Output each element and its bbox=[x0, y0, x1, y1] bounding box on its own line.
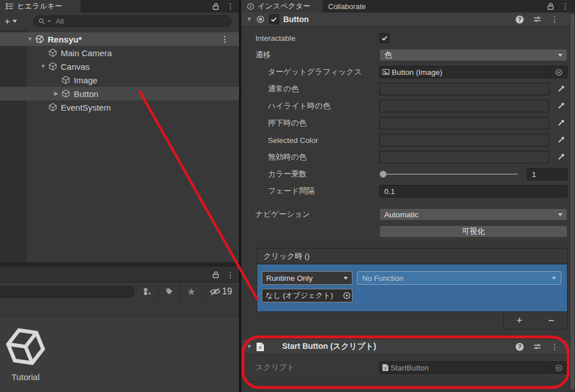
transition-value: 色 bbox=[384, 50, 392, 60]
normal-color-row: 通常の色 bbox=[241, 83, 575, 95]
search-icon bbox=[38, 18, 45, 25]
target-graphic-label: ターゲットグラフィックス bbox=[241, 67, 379, 77]
hierarchy-menu-icon[interactable]: ⋮ bbox=[226, 2, 234, 10]
tab-hierarchy[interactable]: ヒエラルキー bbox=[0, 0, 81, 12]
help-icon[interactable]: ? bbox=[515, 343, 524, 351]
tab-collaborate[interactable]: Collaborate bbox=[322, 0, 372, 12]
chevron-down-icon bbox=[552, 277, 556, 280]
event-mode-dropdown[interactable]: Runtime Only bbox=[262, 271, 352, 285]
component-menu-icon[interactable]: ⋮ bbox=[551, 343, 559, 351]
project-menu-icon[interactable]: ⋮ bbox=[226, 271, 234, 279]
navigation-dropdown[interactable]: Automatic bbox=[379, 208, 568, 221]
hidden-packages-toggle[interactable]: 19 bbox=[202, 283, 239, 301]
eyedropper-icon[interactable] bbox=[557, 153, 565, 161]
foldout-expanded-icon[interactable]: ▼ bbox=[25, 36, 35, 42]
color-multiplier-label: カラー乗数 bbox=[241, 169, 379, 179]
lock-icon[interactable] bbox=[212, 271, 220, 279]
slider-knob[interactable] bbox=[380, 171, 387, 178]
target-graphic-field[interactable]: Button (Image) bbox=[379, 66, 568, 78]
lock-icon[interactable] bbox=[212, 2, 220, 10]
presets-icon[interactable] bbox=[533, 343, 542, 350]
color-multiplier-slider[interactable] bbox=[383, 174, 518, 175]
tree-row-canvas[interactable]: ▼ Canvas bbox=[0, 60, 239, 73]
pressed-color-swatch[interactable] bbox=[379, 117, 549, 129]
filter-by-type-button[interactable] bbox=[136, 283, 158, 301]
foldout-expanded-icon[interactable]: ▼ bbox=[246, 344, 252, 349]
tree-row-button[interactable]: ▶ Button bbox=[0, 87, 239, 100]
filter-by-label-button[interactable] bbox=[158, 283, 180, 301]
hierarchy-list-icon bbox=[6, 3, 14, 10]
event-function-value: No Function bbox=[362, 274, 404, 283]
tab-inspector[interactable]: インスペクター bbox=[241, 0, 322, 12]
script-field-label: スクリプト bbox=[241, 363, 379, 373]
component-bottom-border bbox=[246, 382, 568, 382]
component-title: Button bbox=[283, 15, 309, 24]
interactable-label: Interactable bbox=[241, 34, 379, 43]
event-function-dropdown[interactable]: No Function bbox=[357, 271, 561, 285]
eyedropper-icon[interactable] bbox=[557, 136, 565, 144]
svg-text:?: ? bbox=[518, 344, 521, 350]
project-toolbar: ★ 19 bbox=[0, 283, 239, 301]
interactable-checkbox[interactable] bbox=[379, 33, 389, 43]
on-click-entry[interactable]: Runtime Only No Function なし (オブジェクト) bbox=[257, 264, 567, 311]
visualize-row: 可視化 bbox=[241, 225, 575, 238]
inspector-menu-icon[interactable]: ⋮ bbox=[561, 2, 569, 10]
disabled-color-swatch[interactable] bbox=[379, 151, 549, 163]
project-breadcrumb-bar bbox=[0, 301, 239, 317]
help-icon[interactable]: ? bbox=[515, 15, 524, 24]
project-search-input[interactable] bbox=[0, 286, 135, 298]
object-picker-icon[interactable] bbox=[343, 292, 351, 300]
highlighted-color-label: ハイライト時の色 bbox=[241, 101, 379, 111]
project-content: Tutorial bbox=[0, 317, 239, 392]
unity-logo-icon bbox=[5, 324, 47, 369]
component-enabled-checkbox[interactable] bbox=[269, 14, 279, 24]
hierarchy-search-input[interactable]: All bbox=[33, 15, 232, 27]
fade-duration-field[interactable]: 0.1 bbox=[379, 185, 568, 197]
gameobject-cube-icon bbox=[48, 103, 57, 112]
csharp-script-icon: # bbox=[256, 342, 265, 352]
foldout-collapsed-icon[interactable]: ▶ bbox=[51, 91, 61, 96]
foldout-expanded-icon[interactable]: ▼ bbox=[246, 16, 252, 22]
selected-color-swatch[interactable] bbox=[379, 134, 549, 146]
eyedropper-icon[interactable] bbox=[557, 119, 565, 127]
script-object-field[interactable]: # StartButton bbox=[379, 361, 568, 374]
inspector-scrollbar[interactable] bbox=[570, 12, 575, 392]
remove-event-button[interactable]: − bbox=[535, 312, 567, 329]
normal-color-label: 通常の色 bbox=[241, 84, 379, 94]
color-multiplier-value[interactable]: 1 bbox=[527, 168, 568, 180]
scene-menu-icon[interactable]: ⋮ bbox=[221, 35, 229, 43]
add-event-button[interactable]: + bbox=[503, 312, 535, 329]
eyedropper-icon[interactable] bbox=[557, 102, 565, 110]
hierarchy-toolbar: + All bbox=[0, 12, 239, 30]
highlighted-color-swatch[interactable] bbox=[379, 100, 549, 112]
lock-icon[interactable] bbox=[547, 2, 555, 10]
disabled-color-row: 無効時の色 bbox=[241, 151, 575, 163]
presets-icon[interactable] bbox=[533, 16, 542, 23]
tree-row-eventsystem[interactable]: EventSystem bbox=[0, 100, 239, 114]
script-component-header[interactable]: ▼ # Start Button (スクリプト) ? ⋮ bbox=[241, 339, 575, 355]
tree-row-scene[interactable]: ▼ Rensyu* ⋮ bbox=[0, 32, 239, 46]
hidden-count: 19 bbox=[222, 286, 232, 297]
target-graphic-row: ターゲットグラフィックス Button (Image) bbox=[241, 66, 575, 78]
visualize-button[interactable]: 可視化 bbox=[379, 225, 568, 238]
scrollbar-thumb[interactable] bbox=[570, 14, 574, 390]
component-menu-icon[interactable]: ⋮ bbox=[551, 15, 559, 23]
event-target-object-field[interactable]: なし (オブジェクト) bbox=[262, 289, 352, 302]
selected-color-label: Selected Color bbox=[241, 136, 379, 145]
search-placeholder: All bbox=[56, 17, 64, 26]
object-picker-icon[interactable] bbox=[551, 363, 565, 373]
eyedropper-icon[interactable] bbox=[557, 85, 565, 93]
event-list-buttons: + − bbox=[503, 312, 568, 330]
tree-row-image[interactable]: Image bbox=[0, 73, 239, 87]
favorites-button[interactable]: ★ bbox=[180, 283, 202, 301]
gameobject-cube-icon bbox=[48, 62, 57, 71]
foldout-expanded-icon[interactable]: ▼ bbox=[38, 64, 48, 69]
normal-color-swatch[interactable] bbox=[379, 83, 549, 95]
asset-tutorial[interactable]: Tutorial bbox=[1, 324, 50, 382]
object-picker-icon[interactable] bbox=[551, 67, 565, 78]
tree-row-main-camera[interactable]: Main Camera bbox=[0, 46, 239, 60]
event-target-value: なし (オブジェクト) bbox=[266, 290, 333, 301]
transition-dropdown[interactable]: 色 bbox=[379, 49, 568, 61]
button-component-header[interactable]: ▼ Button ? ⋮ bbox=[241, 12, 575, 27]
create-menu-button[interactable]: + bbox=[0, 16, 22, 27]
